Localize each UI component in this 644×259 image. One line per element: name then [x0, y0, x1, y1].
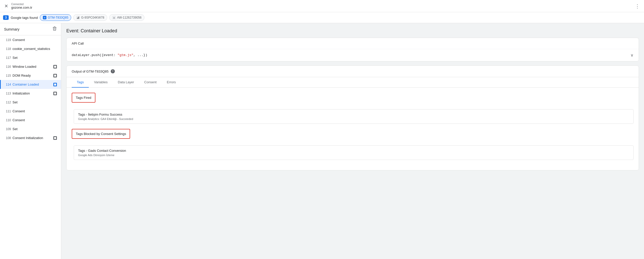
svg-rect-4	[78, 17, 78, 19]
sidebar-badge-115	[53, 74, 57, 77]
top-bar-left: ✕ Connected gozone.com.tr	[3, 3, 32, 9]
sidebar-header: Summary	[0, 23, 61, 35]
google-tags-label: Google tags found	[11, 16, 38, 20]
content-panel: Event: Container Loaded API Call dataLay…	[61, 23, 644, 259]
tags-content: Tags Fired Tags - İletişim Formu Success…	[67, 88, 639, 170]
svg-rect-8	[54, 66, 56, 68]
top-bar-right: ⋮	[634, 2, 641, 10]
sidebar-badge-113	[53, 92, 57, 95]
sidebar-item-115-dom[interactable]: 115 DOM Ready	[0, 71, 61, 80]
sidebar-item-116-window[interactable]: 116 Window Loaded	[0, 62, 61, 71]
chip-ga4-label: G-9SPC04KW78	[81, 16, 104, 19]
tags-blocked-label-row: Tags Blocked by Consent Settings	[72, 129, 634, 143]
sidebar-item-110-consent[interactable]: 110 Consent	[0, 116, 61, 125]
tabs-bar: Tags Variables Data Layer Consent Errors	[67, 77, 639, 88]
output-card: Output of GTM-T833Q85 ? Tags Variables D…	[66, 65, 639, 170]
sidebar-title: Summary	[4, 27, 19, 31]
sidebar-item-114-container[interactable]: 114 Container Loaded	[0, 80, 61, 89]
svg-text:G: G	[44, 17, 46, 19]
tag-item-gads-name: Tags - Gads Contact Conversion	[78, 149, 629, 153]
tag-item-gads: Tags - Gads Contact Conversion Google Ad…	[74, 145, 634, 160]
sidebar-item-117-set[interactable]: 117 Set	[0, 53, 61, 62]
chip-gtm-label: GTM-T833Q85	[48, 16, 68, 19]
tags-fired-label: Tags Fired	[72, 93, 95, 103]
expand-button[interactable]: ∨	[630, 53, 634, 58]
svg-rect-5	[79, 17, 79, 19]
svg-rect-9	[54, 75, 56, 77]
ga4-icon	[76, 16, 80, 20]
close-button[interactable]: ✕	[3, 3, 9, 9]
tag-item-gads-sub: Google Ads Dönüşüm İzleme	[78, 154, 629, 157]
api-call-body: dataLayer.push({event: "gtm.js", ...}) ∨	[67, 49, 639, 61]
tag-count-badge: 3	[3, 15, 9, 20]
sidebar-item-118-cookie[interactable]: 118 cookie_consent_statistics	[0, 44, 61, 53]
tag-item-iletisim-sub: Google Analytics: GA4 Etkinliği - Succee…	[78, 117, 629, 120]
gtm-icon: G	[43, 16, 47, 20]
chip-gtm[interactable]: G GTM-T833Q85	[40, 14, 71, 21]
aw-icon: ▲	[112, 16, 116, 20]
api-call-code: dataLayer.push({event: "gtm.js", ...})	[72, 53, 147, 57]
sidebar-item-111-consent[interactable]: 111 Consent	[0, 107, 61, 116]
sidebar-item-108-consent-init[interactable]: 108 Consent Initialization	[0, 133, 61, 142]
sidebar-item-119-consent[interactable]: 119 Consent	[0, 35, 61, 44]
sidebar-badge-108	[53, 136, 57, 140]
app-container: ✕ Connected gozone.com.tr ⋮ 3 Google tag…	[0, 0, 644, 259]
site-name: gozone.com.tr	[11, 6, 32, 9]
more-button[interactable]: ⋮	[634, 2, 641, 10]
api-call-card: API Call dataLayer.push({event: "gtm.js"…	[66, 38, 639, 61]
connected-label: Connected	[11, 3, 32, 6]
tag-item-iletisim: Tags - İletişim Formu Success Google Ana…	[74, 109, 634, 124]
api-call-label: API Call	[72, 42, 84, 45]
sidebar-clear-button[interactable]	[52, 26, 57, 32]
tag-item-iletisim-name: Tags - İletişim Formu Success	[78, 113, 629, 116]
tags-blocked-label: Tags Blocked by Consent Settings	[72, 129, 130, 139]
sidebar-item-109-set[interactable]: 109 Set	[0, 125, 61, 133]
sidebar-badge-116	[53, 65, 57, 69]
api-call-header: API Call	[67, 38, 639, 49]
svg-rect-12	[54, 137, 56, 139]
tab-consent[interactable]: Consent	[139, 77, 162, 88]
svg-text:▲: ▲	[113, 17, 115, 19]
svg-rect-10	[54, 84, 56, 86]
svg-rect-3	[77, 18, 78, 19]
sidebar-item-113-init[interactable]: 113 Initialization	[0, 89, 61, 98]
svg-rect-11	[54, 92, 56, 94]
chip-aw-label: AW-11262739056	[117, 16, 142, 19]
sidebar: Summary 119 Consent 118 cookie_consent_s	[0, 23, 61, 259]
tab-datalayer[interactable]: Data Layer	[113, 77, 139, 88]
event-title: Event: Container Loaded	[66, 28, 639, 34]
tags-fired-section: Tags Fired Tags - İletişim Formu Success…	[72, 93, 634, 124]
output-header: Output of GTM-T833Q85 ?	[67, 66, 639, 77]
main-area: Summary 119 Consent 118 cookie_consent_s	[0, 23, 644, 259]
help-icon[interactable]: ?	[111, 69, 115, 73]
tags-blocked-section: Tags Blocked by Consent Settings Tags - …	[72, 129, 634, 160]
site-info: Connected gozone.com.tr	[11, 3, 32, 9]
sidebar-item-112-set[interactable]: 112 Set	[0, 98, 61, 107]
tags-fired-label-row: Tags Fired	[72, 93, 634, 107]
output-title: Output of GTM-T833Q85	[72, 70, 109, 73]
chip-ga4[interactable]: G-9SPC04KW78	[73, 14, 107, 21]
top-bar: ✕ Connected gozone.com.tr ⋮	[0, 0, 644, 12]
tags-header: 3 Google tags found G GTM-T833Q85	[0, 12, 644, 23]
chip-aw[interactable]: ▲ AW-11262739056	[109, 14, 144, 21]
tab-errors[interactable]: Errors	[162, 77, 181, 88]
tab-variables[interactable]: Variables	[89, 77, 113, 88]
sidebar-badge-114	[53, 83, 57, 86]
tab-tags[interactable]: Tags	[72, 77, 89, 88]
